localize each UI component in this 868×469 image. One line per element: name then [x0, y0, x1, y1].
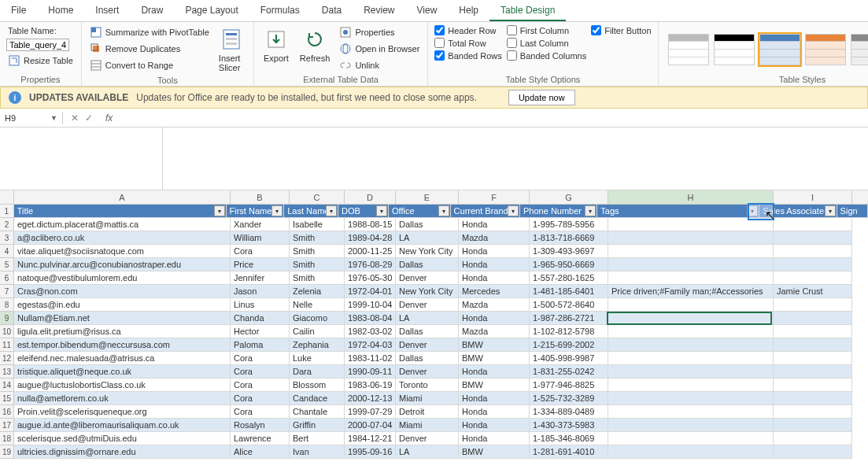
cell[interactable]: Smith: [290, 271, 345, 285]
table-style-swatch[interactable]: [759, 34, 800, 65]
cell[interactable]: Honda: [459, 365, 530, 379]
cell[interactable]: Linus: [231, 298, 290, 312]
formula-input[interactable]: [117, 111, 868, 125]
cell[interactable]: 1-500-572-8640: [530, 298, 608, 312]
cell[interactable]: 1990-09-11: [345, 365, 396, 379]
cell[interactable]: nulla@ametlorem.co.uk: [14, 392, 231, 405]
cell[interactable]: [608, 392, 774, 405]
cell[interactable]: Denver: [396, 432, 459, 445]
cell[interactable]: Toronto: [396, 379, 459, 392]
cell[interactable]: [608, 365, 774, 379]
cell[interactable]: 1976-08-29: [345, 258, 396, 271]
cancel-icon[interactable]: ✕: [71, 113, 79, 124]
cell[interactable]: Nullam@Etiam.net: [14, 312, 231, 325]
cell[interactable]: Smith: [290, 245, 345, 258]
row-header[interactable]: 14: [0, 379, 14, 392]
cell[interactable]: 1-215-699-2002: [530, 338, 608, 352]
cell[interactable]: [774, 258, 852, 271]
header-row-checkbox[interactable]: Header Row: [434, 25, 502, 35]
row-header[interactable]: 12: [0, 352, 14, 365]
cell[interactable]: Miami: [396, 419, 459, 432]
cell[interactable]: Mercedes: [459, 285, 530, 298]
cell[interactable]: 1972-04-01: [345, 285, 396, 298]
cell[interactable]: Xander: [231, 218, 290, 231]
cell[interactable]: [774, 445, 852, 459]
cell[interactable]: Zephania: [290, 338, 345, 352]
cell[interactable]: 2000-12-13: [345, 392, 396, 405]
cell[interactable]: 1-977-946-8825: [530, 379, 608, 392]
tab-home[interactable]: Home: [37, 0, 84, 21]
tab-help[interactable]: Help: [448, 0, 489, 21]
cell[interactable]: 1-430-373-5983: [530, 419, 608, 432]
row-header[interactable]: 10: [0, 325, 14, 338]
cell[interactable]: [774, 405, 852, 419]
cell[interactable]: 1995-09-16: [345, 445, 396, 459]
cell[interactable]: Mazda: [459, 325, 530, 338]
cell[interactable]: [774, 298, 852, 312]
cell[interactable]: BMW: [459, 352, 530, 365]
cell[interactable]: [608, 245, 774, 258]
convert-range-button[interactable]: Convert to Range: [88, 58, 211, 72]
cell[interactable]: egestas@in.edu: [14, 298, 231, 312]
table-style-swatch[interactable]: [805, 34, 846, 65]
cell[interactable]: Dallas: [396, 258, 459, 271]
tab-table-design[interactable]: Table Design: [489, 0, 566, 21]
tab-view[interactable]: View: [406, 0, 449, 21]
cell[interactable]: 1989-04-28: [345, 231, 396, 245]
cell[interactable]: Price driven;#Family man;#Accessories: [608, 285, 774, 298]
summarize-pivot-button[interactable]: Summarize with PivotTable: [88, 25, 211, 39]
column-header[interactable]: A: [14, 190, 231, 204]
header-cell[interactable]: Last Name▾: [284, 205, 338, 218]
cell[interactable]: Paloma: [231, 338, 290, 352]
cell[interactable]: [608, 445, 774, 459]
filter-button[interactable]: ▾: [376, 205, 387, 216]
cell[interactable]: [774, 218, 852, 231]
filter-button[interactable]: ▾: [214, 205, 225, 216]
cell[interactable]: Candace: [290, 392, 345, 405]
cell[interactable]: 1-281-691-4010: [530, 445, 608, 459]
cell[interactable]: Nunc.pulvinar.arcu@conubianostraper.edu: [14, 258, 231, 271]
row-header[interactable]: 1: [0, 205, 14, 218]
cell[interactable]: [608, 379, 774, 392]
cell[interactable]: Dara: [290, 365, 345, 379]
cell[interactable]: LA: [396, 445, 459, 459]
cell[interactable]: [608, 231, 774, 245]
cell[interactable]: 1-813-718-6669: [530, 231, 608, 245]
cell[interactable]: tristique.aliquet@neque.co.uk: [14, 365, 231, 379]
cell[interactable]: 1-965-950-6669: [530, 258, 608, 271]
cell[interactable]: 1-102-812-5798: [530, 325, 608, 338]
filter-button[interactable]: ▾: [508, 205, 519, 216]
cell[interactable]: 1999-07-29: [345, 405, 396, 419]
cell[interactable]: eleifend.nec.malesuada@atrisus.ca: [14, 352, 231, 365]
cell[interactable]: [608, 432, 774, 445]
header-cell[interactable]: Title▾: [14, 205, 227, 218]
column-header[interactable]: D: [345, 190, 396, 204]
cell[interactable]: William: [231, 231, 290, 245]
row-header[interactable]: 15: [0, 392, 14, 405]
table-style-swatch[interactable]: [668, 34, 709, 65]
table-style-swatch[interactable]: [714, 34, 755, 65]
unlink-button[interactable]: Unlink: [338, 58, 421, 72]
cell[interactable]: Honda: [459, 218, 530, 231]
table-style-swatch[interactable]: [851, 34, 868, 65]
cell[interactable]: Mazda: [459, 231, 530, 245]
cell[interactable]: 2000-11-25: [345, 245, 396, 258]
cell[interactable]: New York City: [396, 285, 459, 298]
row-header[interactable]: 4: [0, 245, 14, 258]
cell[interactable]: 1-525-732-3289: [530, 392, 608, 405]
cell[interactable]: natoque@vestibulumlorem.edu: [14, 271, 231, 285]
export-button[interactable]: Export: [260, 25, 292, 65]
cell[interactable]: [774, 245, 852, 258]
row-header[interactable]: 6: [0, 271, 14, 285]
cell[interactable]: Isabelle: [290, 218, 345, 231]
tab-draw[interactable]: Draw: [130, 0, 174, 21]
cell[interactable]: [774, 365, 852, 379]
row-header[interactable]: 5: [0, 258, 14, 271]
first-column-checkbox[interactable]: First Column: [507, 25, 586, 35]
cell[interactable]: [774, 419, 852, 432]
cell[interactable]: Ivan: [290, 445, 345, 459]
cell[interactable]: 1-334-889-0489: [530, 405, 608, 419]
cell[interactable]: [774, 352, 852, 365]
cell[interactable]: [774, 312, 852, 325]
cell[interactable]: Denver: [396, 338, 459, 352]
